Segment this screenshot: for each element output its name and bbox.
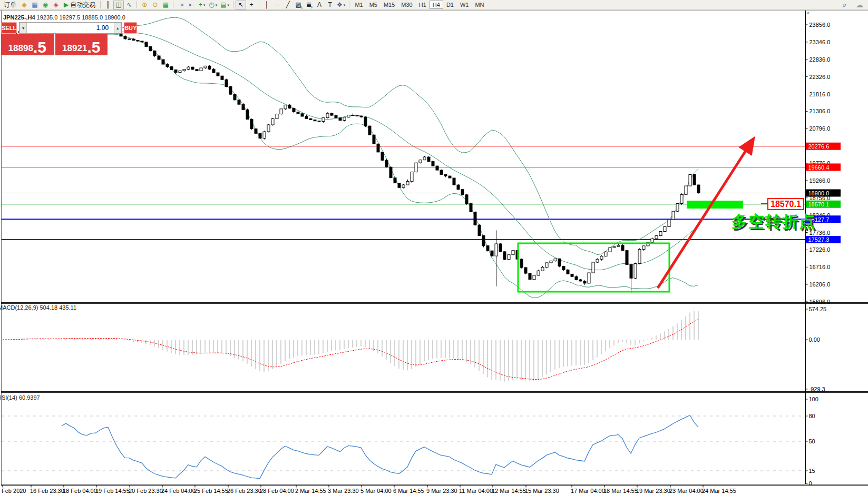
- svg-text:16206.0: 16206.0: [810, 281, 831, 288]
- chart-window-button[interactable]: ▦: [30, 1, 40, 9]
- market-icon: ◈: [53, 2, 58, 8]
- horizontal-line-button[interactable]: ─: [272, 1, 282, 9]
- sell-button[interactable]: SELL: [1, 22, 17, 34]
- metaeditor-button[interactable]: ◆: [19, 1, 30, 9]
- trendline-icon: ╱: [286, 2, 289, 8]
- chart-window-icon: ▦: [32, 2, 37, 8]
- timeframe-mn-button[interactable]: MN: [472, 1, 487, 9]
- svg-text:19 Mar 23:30: 19 Mar 23:30: [636, 488, 670, 494]
- svg-text:12 Mar 14:55: 12 Mar 14:55: [492, 488, 526, 494]
- chart-area[interactable]: 23856.023346.022836.022326.021816.021306…: [0, 0, 868, 495]
- zoom-out-button[interactable]: ⊖: [150, 1, 160, 9]
- toolbar-separator: [100, 1, 101, 8]
- svg-text:19266.0: 19266.0: [810, 177, 831, 184]
- timeframe-m30-button[interactable]: M30: [398, 1, 415, 9]
- cursor-icon: ↖: [238, 2, 243, 8]
- sell-price-frac: .5: [33, 41, 46, 54]
- buy-price-int: 18921: [62, 44, 87, 53]
- market-button[interactable]: ◈: [51, 1, 61, 9]
- toolbar-separator: [349, 1, 349, 8]
- search-button[interactable]: ⌕: [840, 1, 850, 9]
- timeframe-m1-button[interactable]: M1: [352, 1, 366, 9]
- svg-text:23 Mar 04:00: 23 Mar 04:00: [669, 488, 704, 494]
- auto-scroll-button[interactable]: ⇥: [175, 1, 186, 9]
- svg-text:21306.0: 21306.0: [810, 108, 831, 114]
- search-icon: ⌕: [843, 1, 847, 8]
- svg-text:15696.0: 15696.0: [810, 299, 831, 305]
- svg-text:0.00: 0.00: [809, 336, 820, 343]
- crosshair-button[interactable]: +: [246, 1, 257, 9]
- svg-text:17 Mar 04:00: 17 Mar 04:00: [571, 488, 605, 494]
- new-order-button[interactable]: 订单: [1, 1, 19, 9]
- buy-price[interactable]: 18921.5: [55, 34, 108, 55]
- chat-icon: ☁: [856, 1, 863, 8]
- buy-button[interactable]: BUY: [124, 22, 137, 34]
- volume-increase-button[interactable]: ▲: [114, 23, 121, 33]
- text-label-button[interactable]: T: [325, 1, 335, 9]
- price-badge-17527.3: 17527.3: [806, 236, 841, 243]
- candlestick-chart-type-button[interactable]: ◫: [113, 1, 124, 9]
- price-flag-18570[interactable]: 18570.1: [767, 198, 804, 210]
- zoom-in-button[interactable]: ⊕: [139, 1, 150, 9]
- toolbar-separator: [233, 1, 233, 8]
- scroll-caret[interactable]: ^: [807, 12, 810, 17]
- trendline-button[interactable]: ╱: [282, 1, 293, 9]
- volume-stepper: ▼ ▲: [19, 22, 122, 34]
- text-label-icon: T: [328, 2, 331, 8]
- svg-text:24 Mar 14:55: 24 Mar 14:55: [702, 488, 736, 494]
- periods-button[interactable]: ◷▾: [207, 1, 219, 9]
- timeframe-w1-button[interactable]: W1: [457, 1, 472, 9]
- svg-text:9 Mar 23:30: 9 Mar 23:30: [426, 488, 457, 494]
- sell-price[interactable]: 18898.5: [1, 34, 54, 55]
- turning-point-note[interactable]: 多空转折点: [732, 211, 816, 233]
- support-band-rectangle[interactable]: [687, 201, 743, 209]
- chat-button[interactable]: ☁: [854, 1, 865, 9]
- svg-text:19660.4: 19660.4: [808, 164, 830, 171]
- timeframe-h4-button[interactable]: H4: [430, 1, 443, 9]
- svg-text:574.25: 574.25: [809, 306, 827, 312]
- svg-text:26 Feb 23:30: 26 Feb 23:30: [227, 488, 261, 494]
- add-indicator-button[interactable]: +▾: [197, 1, 207, 9]
- chart-background: [0, 10, 868, 495]
- autotrading-button[interactable]: ▶自动交易: [61, 1, 98, 9]
- bar-chart-type-button[interactable]: ╫: [103, 1, 113, 9]
- timeframe-h1-button[interactable]: H1: [416, 1, 430, 9]
- text-button[interactable]: A: [314, 1, 325, 9]
- vertical-line-button[interactable]: │: [261, 1, 272, 9]
- signals-icon: ◉: [43, 2, 48, 8]
- arrows-button[interactable]: ❖▾: [335, 1, 347, 9]
- line-chart-type-icon: ∿: [126, 2, 132, 8]
- fibonacci-button[interactable]: ≣F: [304, 1, 314, 9]
- vertical-line-icon: │: [265, 2, 269, 8]
- timeframe-d1-button[interactable]: D1: [443, 1, 457, 9]
- chart-shift-button[interactable]: ⇤: [186, 1, 197, 9]
- svg-text:22326.0: 22326.0: [810, 74, 831, 80]
- svg-text:20 Feb 23:30: 20 Feb 23:30: [129, 488, 163, 494]
- svg-text:25 Feb 14:55: 25 Feb 14:55: [194, 488, 228, 494]
- line-chart-type-button[interactable]: ∿: [124, 1, 134, 9]
- svg-text:-929.3: -929.3: [809, 386, 825, 392]
- candlestick-chart-type-icon: ◫: [116, 2, 122, 8]
- timeframe-m5-button[interactable]: M5: [366, 1, 381, 9]
- horizontal-line-icon: ─: [275, 2, 280, 8]
- svg-text:18 Feb 04:00: 18 Feb 04:00: [63, 488, 97, 494]
- volume-input[interactable]: [27, 23, 114, 33]
- volume-decrease-button[interactable]: ▼: [19, 23, 27, 33]
- svg-text:100: 100: [809, 396, 818, 402]
- toolbar-right: ⌕☁: [840, 1, 865, 9]
- signals-button[interactable]: ◉: [40, 1, 51, 9]
- price-badge-18570.1: 18570.1: [806, 201, 841, 208]
- crosshair-icon: +: [250, 2, 253, 8]
- zoom-in-icon: ⊕: [142, 2, 147, 8]
- tile-windows-button[interactable]: ▦: [160, 1, 171, 9]
- zoom-out-icon: ⊖: [152, 2, 158, 8]
- svg-text:6 Mar 14:55: 6 Mar 14:55: [393, 488, 424, 494]
- tile-windows-icon: ▦: [163, 2, 169, 8]
- cursor-button[interactable]: ↖: [236, 1, 246, 9]
- chart-shift-icon: ⇤: [189, 2, 194, 8]
- one-click-trading-panel: SELL ▼ ▲ BUY 18898.5 18921.5: [1, 22, 108, 55]
- svg-text:16716.0: 16716.0: [810, 264, 831, 270]
- equidistant-channel-button[interactable]: ▨E: [293, 1, 304, 9]
- timeframe-m15-button[interactable]: M15: [381, 1, 398, 9]
- templates-button[interactable]: ▤▾: [219, 1, 231, 9]
